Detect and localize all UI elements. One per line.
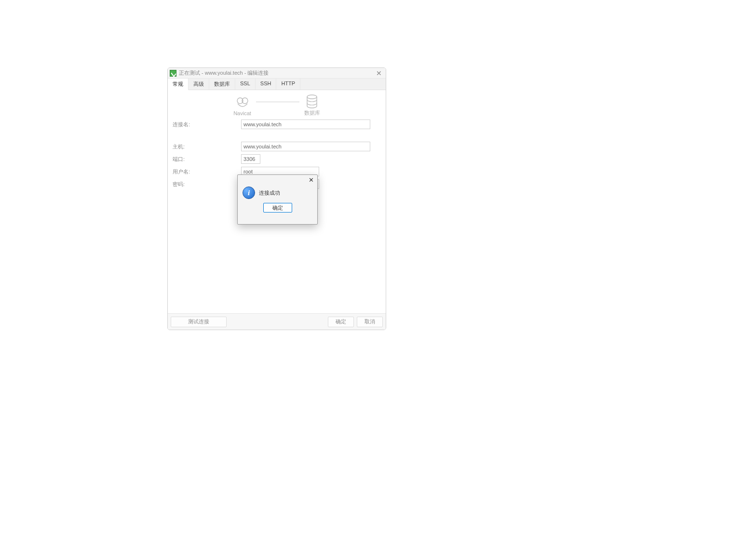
connection-diagram: Navicat 数据库 <box>173 94 381 117</box>
row-connection-name: 连接名: <box>173 120 381 129</box>
navicat-icon <box>235 95 250 110</box>
row-host: 主机: <box>173 142 381 151</box>
row-port: 端口: <box>173 154 381 164</box>
diagram-connector <box>256 102 299 102</box>
modal-footer: 确定 <box>238 203 317 217</box>
tab-http[interactable]: HTTP <box>276 79 300 90</box>
port-input[interactable] <box>241 154 260 164</box>
ok-button[interactable]: 确定 <box>328 317 354 327</box>
diagram-navicat: Navicat <box>233 95 251 116</box>
diagram-database-label: 数据库 <box>304 109 320 117</box>
tab-databases[interactable]: 数据库 <box>209 79 235 90</box>
connection-name-input[interactable] <box>241 120 370 129</box>
window-title: 正在测试 - www.youlai.tech - 编辑连接 <box>179 69 269 77</box>
modal-ok-button[interactable]: 确定 <box>263 203 292 213</box>
database-icon <box>304 94 320 109</box>
diagram-navicat-label: Navicat <box>233 110 251 116</box>
test-connection-button[interactable]: 测试连接 <box>171 317 227 327</box>
info-icon: i <box>243 186 255 199</box>
diagram-database: 数据库 <box>304 94 320 117</box>
tab-advanced[interactable]: 高级 <box>189 79 209 90</box>
host-input[interactable] <box>241 142 370 151</box>
label-port: 端口: <box>173 156 241 163</box>
svg-point-2 <box>307 95 317 99</box>
label-password: 密码: <box>173 181 241 188</box>
tab-bar: 常规 高级 数据库 SSL SSH HTTP <box>168 79 386 90</box>
dialog-footer: 测试连接 确定 取消 <box>168 313 386 330</box>
modal-titlebar: ✕ <box>238 175 317 185</box>
close-icon[interactable]: ✕ <box>374 69 384 77</box>
modal-close-icon[interactable]: ✕ <box>307 176 315 184</box>
tab-ssl[interactable]: SSL <box>235 79 256 90</box>
label-host: 主机: <box>173 143 241 150</box>
modal-message: 连接成功 <box>259 189 280 197</box>
label-connection-name: 连接名: <box>173 121 241 128</box>
tab-ssh[interactable]: SSH <box>256 79 277 90</box>
tab-general[interactable]: 常规 <box>168 79 189 90</box>
label-user: 用户名: <box>173 168 241 175</box>
modal-body: i 连接成功 <box>238 185 317 203</box>
navicat-app-icon <box>170 70 176 77</box>
connection-success-dialog: ✕ i 连接成功 确定 <box>237 174 318 225</box>
titlebar: 正在测试 - www.youlai.tech - 编辑连接 ✕ <box>168 68 386 79</box>
cancel-button[interactable]: 取消 <box>357 317 383 327</box>
